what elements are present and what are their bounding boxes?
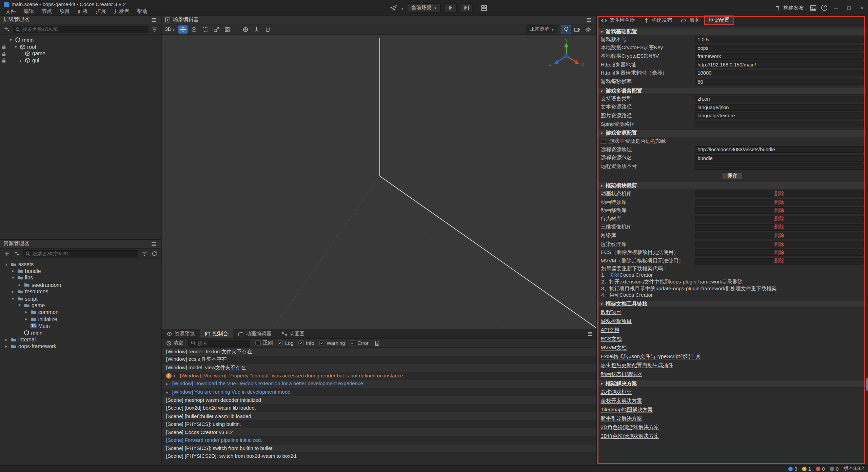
remote-load-checkbox[interactable] (600, 139, 606, 144)
console-log-row[interactable]: [Scene] [bullet]:bullet wasm lib loaded. (162, 412, 596, 420)
create-asset-button[interactable] (3, 250, 11, 257)
regex-checkbox[interactable]: 正则 (255, 339, 273, 347)
expand-arrow-icon[interactable] (166, 381, 170, 387)
delete-module-button[interactable]: 删除 (695, 199, 864, 205)
expand-arrow[interactable] (24, 317, 29, 322)
property-input[interactable]: language/texture (695, 113, 864, 119)
maximize-button[interactable]: □ (843, 0, 855, 16)
delete-module-button[interactable]: 删除 (695, 191, 864, 197)
solution-link[interactable]: 战棋游戏框架 (600, 388, 632, 395)
console-log-row[interactable]: [Window] ecs文件夹不存在 (162, 356, 596, 364)
solution-link[interactable]: Tiledmap地图解决方案 (600, 406, 653, 413)
property-input[interactable]: zh,en (695, 96, 864, 102)
error-counter[interactable]: 0 (816, 466, 825, 472)
hierarchy-search[interactable] (13, 26, 149, 33)
scene-viewport[interactable]: Y X Z (162, 35, 596, 329)
close-button[interactable]: × (855, 0, 868, 16)
snap-toggle[interactable] (263, 25, 273, 33)
coordinate-toggle[interactable] (252, 25, 261, 33)
asset-item[interactable]: common (0, 309, 161, 316)
save-button[interactable]: 保存 (722, 172, 743, 179)
console-log-row[interactable]: [Window] model_view文件夹不存在 (162, 364, 596, 372)
hierarchy-node[interactable]: main (0, 37, 161, 43)
section-header-language[interactable]: 游戏多语言配置 (597, 87, 868, 95)
hierarchy-search-input[interactable] (22, 26, 145, 32)
property-input[interactable]: http://localhost:8083/assets/bundle (695, 146, 864, 153)
lighting-toggle[interactable] (561, 25, 571, 33)
filter-icon[interactable] (141, 250, 149, 257)
menu-item[interactable]: 面板 (74, 8, 92, 15)
doc-link[interactable]: MVVM文档 (600, 344, 627, 351)
menu-item[interactable]: 节点 (38, 8, 56, 15)
refresh-icon[interactable] (151, 250, 158, 257)
tab-build-publish[interactable]: 构建发布 (639, 16, 677, 25)
menu-item[interactable]: 帮助 (133, 8, 151, 15)
notification-counter[interactable]: 0 (830, 466, 839, 472)
menu-item[interactable]: 扩展 (92, 8, 110, 15)
console-log-row[interactable]: [Scene] meshopt wasm decoder initialized (162, 396, 596, 404)
log-filter-checkbox[interactable]: Log (278, 340, 294, 346)
console-log-row[interactable]: [Scene] Forward render pipeline initiali… (162, 436, 596, 445)
doc-link[interactable]: Excel格式转Json文件与TypeScript代码工具 (600, 353, 701, 360)
console-log-row[interactable]: [Window] [Vue warn]: Property "onInput" … (162, 372, 596, 380)
doc-link[interactable]: 教程项目 (600, 309, 621, 316)
menu-item[interactable]: 文件 (2, 8, 20, 15)
lock-icon[interactable] (2, 51, 6, 56)
expand-arrow[interactable] (11, 269, 16, 274)
section-header-modules[interactable]: 框架模块裁剪 (597, 182, 868, 190)
console-log-row[interactable]: [Scene] [PHYSICS]: switch from builtin t… (162, 444, 596, 452)
delete-module-button[interactable]: 删除 (695, 216, 864, 222)
preview-platform-icon[interactable] (389, 3, 398, 12)
delete-module-button[interactable]: 删除 (695, 224, 864, 231)
solution-link[interactable]: 3D角色扮演游戏解决方案 (600, 433, 659, 440)
expand-arrow[interactable] (11, 289, 16, 294)
clear-console-button[interactable]: 清空 (166, 339, 183, 347)
log-filter-checkbox[interactable]: Error (350, 340, 369, 346)
console-log-row[interactable]: [Window] Download the Vue Devtools exten… (162, 380, 596, 388)
delete-module-button[interactable]: 删除 (695, 258, 864, 264)
solution-link[interactable]: 新手引导解决方案 (600, 415, 642, 422)
lock-icon[interactable] (2, 44, 6, 50)
play-button[interactable] (444, 3, 457, 13)
delete-module-button[interactable]: 删除 (695, 233, 864, 239)
expand-arrow[interactable] (4, 262, 9, 267)
property-input[interactable] (695, 121, 864, 127)
tab-property-inspector[interactable]: 属性检查器 (597, 16, 639, 25)
expand-arrow[interactable] (11, 296, 16, 301)
tab-framework-config[interactable]: 框架配置 (704, 16, 734, 25)
solution-link[interactable]: 全栈开发解决方案 (600, 397, 642, 405)
property-input[interactable]: http://192.168.0.150/main/ (695, 61, 864, 68)
expand-arrow-icon[interactable] (174, 373, 178, 378)
expand-arrow[interactable] (18, 58, 23, 63)
console-log-row[interactable]: [Scene] [box2d]:box2d wasm lib loaded. (162, 404, 596, 412)
pivot-toggle[interactable] (241, 25, 250, 33)
console-log-row[interactable]: [Window] You are running Vue in developm… (162, 388, 596, 396)
expand-arrow[interactable] (11, 275, 16, 280)
asset-item[interactable]: main (0, 329, 161, 336)
delete-module-button[interactable]: 删除 (695, 249, 864, 256)
property-input[interactable]: 1.0.5 (695, 36, 864, 43)
console-search-input[interactable] (198, 340, 248, 346)
view-mode-dropdown[interactable]: 正常浏览 (526, 25, 558, 33)
console-log-row[interactable]: [Scene] [PHYSICS]: using builtin. (162, 420, 596, 428)
tab-animation-graph[interactable]: 动画图 (277, 329, 310, 338)
preview-image-icon[interactable] (808, 2, 819, 14)
console-search[interactable] (188, 340, 250, 347)
doc-link[interactable]: 原生包热更新配置自动生成插件 (600, 362, 673, 369)
solution-link[interactable]: 2D角色扮演游戏解决方案 (600, 424, 659, 431)
log-filter-checkbox[interactable]: Warning (319, 340, 345, 346)
warning-counter[interactable]: 1 (802, 466, 811, 472)
scrollbar-thumb[interactable] (866, 378, 868, 391)
console-log-row[interactable]: [Scene] Cocos Creator v3.8.2 (162, 428, 596, 436)
section-header-resources[interactable]: 游戏资源配置 (597, 130, 868, 137)
asset-item[interactable]: libs (0, 274, 161, 281)
create-node-button[interactable] (3, 25, 11, 33)
expand-arrow-icon[interactable] (166, 390, 170, 395)
asset-item[interactable]: seedrandom (0, 281, 161, 288)
tab-services[interactable]: 服务 (677, 16, 704, 25)
export-log-icon[interactable] (374, 339, 381, 347)
property-input[interactable]: 10000 (695, 70, 864, 77)
section-header-basic[interactable]: 游戏基础配置 (597, 28, 868, 36)
asset-item[interactable]: initialize (0, 316, 161, 322)
asset-item[interactable]: bundle (0, 268, 161, 274)
